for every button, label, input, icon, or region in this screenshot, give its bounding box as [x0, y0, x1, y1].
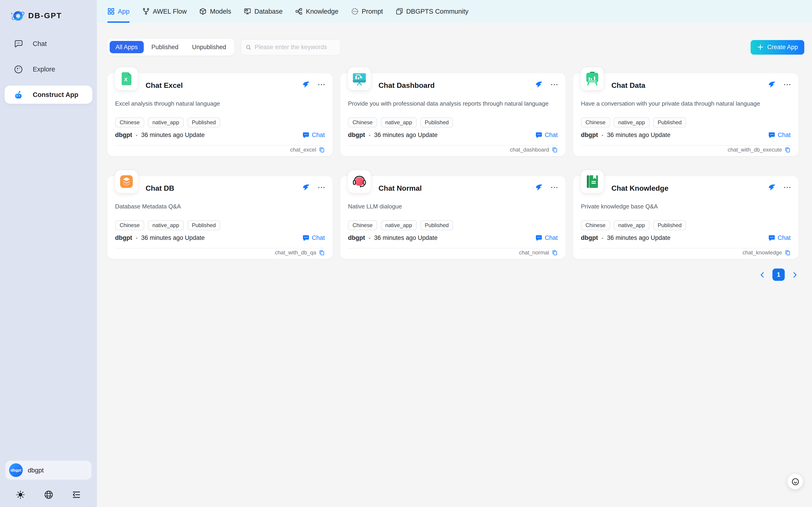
owner-name: dbgpt	[581, 234, 598, 241]
updated-text: 36 minutes ago Update	[607, 131, 671, 138]
scene-name: chat_with_db_execute	[728, 147, 782, 153]
share-wing-icon[interactable]	[302, 183, 310, 191]
copy-icon[interactable]	[785, 147, 791, 153]
dbgpt-logo-icon	[10, 8, 25, 24]
app-card-chat-excel[interactable]: X Chat Excel Excel analysis through natu…	[107, 73, 332, 156]
branch-icon	[142, 8, 150, 15]
tag-native-app: native_app	[381, 220, 417, 230]
tag-chinese: Chinese	[581, 117, 610, 127]
more-dots-icon[interactable]	[550, 185, 558, 189]
tag-published: Published	[653, 220, 686, 230]
filter-all-apps[interactable]: All Apps	[110, 41, 144, 53]
search-box	[241, 39, 341, 55]
updated-text: 36 minutes ago Update	[374, 131, 438, 138]
search-input[interactable]	[255, 44, 336, 51]
top-navigation: App AWEL Flow Models Database Knowledge …	[97, 0, 812, 23]
copy-icon[interactable]	[552, 249, 558, 256]
filter-unpublished[interactable]: Unpublished	[186, 41, 232, 53]
search-icon	[246, 44, 251, 50]
tab-knowledge[interactable]: Knowledge	[296, 0, 339, 23]
more-dots-icon[interactable]	[317, 82, 325, 86]
prev-page-icon[interactable]	[759, 271, 766, 278]
more-dots-icon[interactable]	[550, 82, 558, 86]
filter-published[interactable]: Published	[145, 41, 184, 53]
app-card-chat-normal[interactable]: Chat Normal Native LLM dialogue Chinesen…	[340, 176, 565, 259]
tab-prompt[interactable]: Prompt	[351, 0, 383, 23]
tab-label: App	[118, 8, 130, 15]
app-card-chat-data[interactable]: Chat Data Have a conversation with your …	[573, 73, 798, 156]
card-meta: dbgpt • 36 minutes ago Update Chat	[581, 234, 791, 241]
chat-link[interactable]: Chat	[536, 131, 558, 138]
copy-icon[interactable]	[319, 147, 325, 153]
tab-label: Models	[210, 8, 231, 15]
app-card-title: Chat Data	[611, 81, 645, 90]
tag-native-app: native_app	[381, 117, 417, 127]
share-wing-icon[interactable]	[768, 183, 775, 191]
more-dots-icon[interactable]	[783, 185, 791, 189]
sidebar-item-label: Construct App	[33, 91, 78, 98]
tag-published: Published	[187, 117, 221, 127]
chat-link[interactable]: Chat	[303, 131, 325, 138]
user-pill[interactable]: dbgpt dbgpt	[5, 461, 91, 480]
chat-link[interactable]: Chat	[768, 131, 791, 138]
sidebar-item-chat[interactable]: Chat	[5, 35, 92, 53]
theme-sun-icon[interactable]	[15, 490, 25, 500]
copy-icon[interactable]	[785, 249, 791, 256]
main-area: App AWEL Flow Models Database Knowledge …	[97, 0, 812, 507]
share-wing-icon[interactable]	[535, 183, 543, 191]
sidebar-item-construct-app[interactable]: Construct App	[5, 86, 92, 104]
page: DB-GPT Chat Explore Construct App dbgpt …	[0, 0, 812, 507]
sidebar-item-label: Explore	[33, 65, 55, 73]
owner-name: dbgpt	[581, 131, 598, 138]
chat-link[interactable]: Chat	[768, 234, 791, 241]
more-dots-icon[interactable]	[317, 185, 325, 189]
app-card-title: Chat Normal	[378, 184, 422, 192]
chat-link[interactable]: Chat	[303, 234, 325, 241]
sidebar-item-explore[interactable]: Explore	[5, 60, 92, 78]
card-meta: dbgpt • 36 minutes ago Update Chat	[115, 131, 325, 138]
page-number[interactable]: 1	[772, 269, 785, 281]
tab-label: DBGPTS Community	[406, 8, 469, 15]
app-card-chat-db[interactable]: Chat DB Database Metadata Q&A Chinesenat…	[107, 176, 332, 259]
prompt-icon	[351, 8, 359, 15]
meta-separator: •	[136, 235, 138, 240]
copy-icon[interactable]	[552, 147, 558, 153]
app-card-chat-dashboard[interactable]: Chat Dashboard Provide you with professi…	[340, 73, 565, 156]
tab-awel-flow[interactable]: AWEL Flow	[142, 0, 187, 23]
collapse-sidebar-icon[interactable]	[71, 490, 81, 500]
tag-chinese: Chinese	[115, 117, 144, 127]
dashboard-icon	[348, 67, 371, 90]
card-footer: chat_excel	[290, 147, 325, 153]
sidebar-item-label: Chat	[33, 40, 47, 47]
tag-list: Chinesenative_appPublished	[348, 117, 453, 127]
share-wing-icon[interactable]	[302, 80, 310, 88]
card-divider	[348, 248, 558, 248]
plus-icon	[757, 44, 764, 51]
create-app-label: Create App	[767, 44, 798, 51]
tab-database[interactable]: Database	[244, 0, 283, 23]
meta-separator: •	[602, 132, 604, 138]
tag-native-app: native_app	[148, 220, 184, 230]
sidebar-bottom: dbgpt dbgpt	[0, 461, 97, 507]
app-card-chat-knowledge[interactable]: Chat Knowledge Private knowledge base Q&…	[573, 176, 798, 259]
next-page-icon[interactable]	[791, 271, 798, 278]
create-app-button[interactable]: Create App	[751, 40, 804, 54]
card-meta: dbgpt • 36 minutes ago Update Chat	[348, 131, 558, 138]
updated-text: 36 minutes ago Update	[374, 234, 438, 241]
tab-app[interactable]: App	[107, 0, 130, 23]
tag-list: Chinesenative_appPublished	[581, 117, 686, 127]
card-footer: chat_dashboard	[510, 147, 558, 153]
share-wing-icon[interactable]	[535, 80, 543, 88]
feedback-smiley-button[interactable]	[788, 474, 803, 489]
more-dots-icon[interactable]	[783, 82, 791, 86]
copy-icon[interactable]	[319, 249, 325, 256]
tab-dbgpts-community[interactable]: DBGPTS Community	[396, 0, 469, 23]
chat-link[interactable]: Chat	[536, 234, 558, 241]
share-wing-icon[interactable]	[768, 80, 775, 88]
chat-link-label: Chat	[778, 234, 791, 241]
language-globe-icon[interactable]	[44, 490, 53, 500]
tab-label: Database	[254, 8, 283, 15]
brand-logo[interactable]: DB-GPT	[10, 7, 97, 24]
tab-models[interactable]: Models	[199, 0, 231, 23]
updated-text: 36 minutes ago Update	[141, 234, 205, 241]
